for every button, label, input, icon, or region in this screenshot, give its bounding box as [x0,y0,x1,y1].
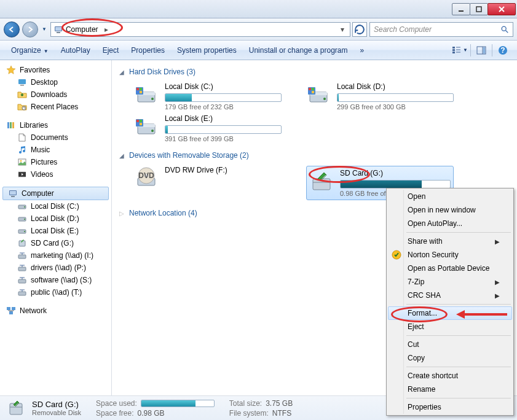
capacity-bar [165,93,282,102]
sidebar-item-music[interactable]: Music [0,144,111,156]
space-used-bar [141,400,215,407]
svg-rect-43 [7,307,10,310]
menu-item-open-as-portable-device[interactable]: Open as Portable Device [388,262,512,275]
menu-separator [406,367,511,367]
menu-item-7-zip[interactable]: 7-Zip▶ [388,275,512,289]
videos-icon [17,169,27,179]
libraries-icon [6,120,16,130]
computer-icon [53,25,63,34]
breadcrumb-arrow-icon[interactable]: ▸ [101,25,112,34]
drive-item[interactable]: Local Disk (E:)391 GB free of 399 GB [134,114,282,142]
sidebar-item-videos[interactable]: Videos [0,168,111,181]
menu-separator [406,398,511,399]
sidebar-item-computer[interactable]: Computer [2,187,109,200]
toolbar-overflow-button[interactable]: » [354,44,371,57]
svg-rect-31 [11,196,15,197]
maximize-button[interactable] [470,3,488,15]
section-hdd[interactable]: ◢Hard Disk Drives (3) [119,68,510,76]
menu-item-norton-security[interactable]: Norton Security [388,248,512,262]
autoplay-button[interactable]: AutoPlay [55,44,97,57]
properties-button[interactable]: Properties [125,44,171,57]
sidebar-item-drive[interactable]: Local Disk (D:) [0,212,111,225]
sd-card-icon [6,399,26,418]
uninstall-button[interactable]: Uninstall or change a program [243,44,354,57]
menu-item-share-with[interactable]: Share with▶ [388,235,512,248]
svg-rect-68 [136,123,139,125]
svg-rect-23 [7,122,9,128]
sidebar-item-drive[interactable]: software (\\ad) (S:) [0,274,111,286]
menu-item-open[interactable]: Open [388,190,512,203]
menu-separator [406,335,511,336]
collapse-icon: ◢ [119,152,124,159]
menu-item-create-shortcut[interactable]: Create shortcut [388,369,512,383]
sidebar-item-drive[interactable]: SD Card (G:) [0,237,111,249]
libraries-group[interactable]: Libraries [0,119,111,131]
svg-rect-50 [136,88,139,90]
section-removable[interactable]: ◢Devices with Removable Storage (2) [119,151,510,160]
menu-item-cut[interactable]: Cut [388,338,512,351]
sidebar-item-desktop[interactable]: Desktop [0,76,111,88]
organize-button[interactable]: Organize▼ [5,44,55,57]
sidebar-item-pictures[interactable]: Pictures [0,156,111,168]
svg-line-8 [506,30,508,33]
svg-rect-21 [20,85,24,86]
svg-rect-39 [18,255,26,259]
svg-rect-51 [140,88,142,90]
downloads-icon [17,90,27,99]
drive-item[interactable]: DVDDVD RW Drive (F:) [134,166,282,200]
menu-item-rename[interactable]: Rename [388,383,512,396]
nav-back-button[interactable] [4,21,20,37]
submenu-arrow-icon: ▶ [495,292,500,299]
sidebar-item-drive[interactable]: Local Disk (C:) [0,200,111,212]
search-placeholder: Search Computer [374,25,432,34]
sidebar-item-drive[interactable]: drivers (\\ad) (P:) [0,262,111,274]
close-button[interactable] [487,3,516,15]
hard-disk-icon [134,82,159,107]
menu-item-properties[interactable]: Properties [388,400,512,414]
help-button[interactable]: ? [495,44,511,57]
menu-item-open-autoplay[interactable]: Open AutoPlay... [388,217,512,230]
system-properties-button[interactable]: System properties [171,44,243,57]
sidebar-item-documents[interactable]: Documents [0,131,111,144]
search-icon [500,25,509,34]
sidebar-item-drive[interactable]: Local Disk (E:) [0,225,111,237]
svg-rect-10 [452,49,455,51]
svg-rect-41 [18,279,26,283]
details-type: Removable Disk [32,409,81,416]
star-icon [6,65,16,75]
svg-rect-59 [312,88,314,90]
sidebar-item-recent[interactable]: Recent Places [0,101,111,113]
nav-history-dropdown[interactable]: ▼ [41,26,48,32]
drive-item[interactable]: Local Disk (D:)299 GB free of 300 GB [306,82,454,111]
menu-item-open-in-new-window[interactable]: Open in new window [388,203,512,217]
menu-item-eject[interactable]: Eject [388,320,512,333]
sidebar-item-downloads[interactable]: Downloads [0,88,111,101]
svg-rect-11 [452,52,455,53]
network-icon [6,306,16,316]
network-group[interactable]: Network [0,305,111,317]
svg-rect-45 [9,311,13,314]
svg-rect-1 [476,7,481,12]
annotation-arrow [455,308,510,321]
svg-rect-60 [309,91,311,93]
view-mode-button[interactable]: ▼ [452,44,468,57]
menu-separator [406,304,511,305]
svg-rect-53 [140,91,142,93]
minimize-button[interactable] [452,3,470,15]
address-dropdown-icon[interactable]: ▾ [337,25,347,34]
menu-item-copy[interactable]: Copy [388,351,512,365]
sidebar-item-drive[interactable]: public (\\ad) (T:) [0,286,111,298]
favorites-group[interactable]: Favorites [0,64,111,76]
svg-rect-20 [18,79,26,84]
navigation-pane: Favorites Desktop Downloads Recent Place… [0,60,112,395]
sidebar-item-drive[interactable]: marketing (\\ad) (I:) [0,249,111,262]
capacity-bar [165,125,282,134]
nav-forward-button[interactable] [22,21,38,37]
menu-item-crc-sha[interactable]: CRC SHA▶ [388,289,512,302]
eject-button[interactable]: Eject [97,44,125,57]
drive-item[interactable]: Local Disk (C:)179 GB free of 232 GB [134,82,282,111]
refresh-button[interactable] [352,22,367,37]
search-input[interactable]: Search Computer [369,22,513,37]
preview-pane-button[interactable] [473,44,489,57]
address-bar[interactable]: Computer ▸ ▾ [50,22,350,37]
